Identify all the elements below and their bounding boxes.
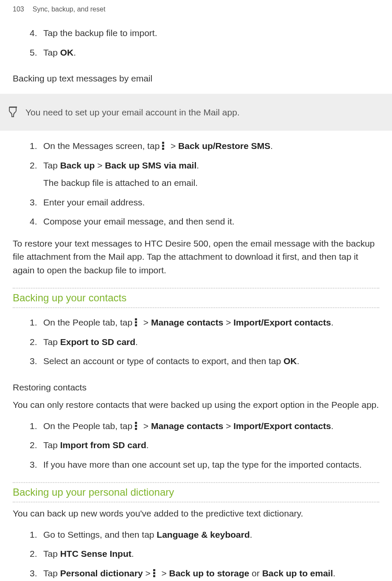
step-text: On the Messages screen, tap: [43, 141, 162, 151]
list-item: 2. Tap Import from SD card.: [30, 438, 379, 452]
step-body: Compose your email message, and then sen…: [43, 215, 379, 228]
list-item: 5. Tap OK.: [30, 46, 379, 59]
list-item: 3. Select an account or type of contacts…: [30, 354, 379, 368]
list-item: 3. Tap Personal dictionary > > Back up t…: [30, 567, 379, 580]
svg-rect-9: [153, 569, 155, 571]
step-text: Enter your email address.: [43, 196, 379, 209]
step-body: On the People tab, tap > Manage contacts…: [43, 316, 379, 329]
step-text: Tap: [43, 337, 60, 347]
step-body: Go to Settings, and then tap Language & …: [43, 528, 379, 542]
overflow-menu-icon: [135, 318, 141, 326]
section-title-backing-up-your-contacts: Backing up your contacts: [13, 289, 379, 308]
steps3-list: 1. On the People tab, tap > Manage conta…: [30, 316, 379, 368]
svg-rect-6: [135, 422, 137, 424]
step-body: On the People tab, tap > Manage contacts…: [43, 419, 379, 433]
step-text: >: [143, 568, 153, 578]
svg-rect-11: [153, 575, 155, 577]
paragraph: You can back up new words you've added t…: [13, 507, 379, 520]
step-text: >: [159, 568, 169, 578]
steps4-list: 1. On the People tab, tap > Manage conta…: [30, 419, 379, 472]
subheading-backing-up-text-messages-by-email: Backing up text messages by email: [13, 72, 379, 85]
page-number: 103: [13, 4, 24, 14]
step-bold: Manage contacts: [151, 317, 223, 327]
chapter-title: Sync, backup, and reset: [33, 4, 106, 14]
step-text: Tap: [43, 160, 60, 170]
page-content: 4. Tap the backup file to import. 5. Tap…: [0, 26, 392, 581]
step-bold: HTC Sense Input: [60, 549, 132, 559]
svg-rect-5: [135, 324, 137, 326]
step-number: 1.: [30, 316, 43, 329]
list-item: 2. Tap Back up > Back up SMS via mail. T…: [30, 159, 379, 190]
step-text: >: [168, 141, 178, 151]
list-item: 4. Compose your email message, and then …: [30, 215, 379, 228]
overflow-menu-icon: [162, 141, 168, 150]
step-text: .: [250, 530, 252, 539]
step-text: On the People tab, tap: [43, 421, 135, 431]
list-item: 3. Enter your email address.: [30, 196, 379, 209]
step-bold: Language & keyboard: [157, 530, 249, 539]
step-text: .: [297, 356, 300, 366]
svg-rect-4: [135, 321, 137, 323]
step-bold: Import/Export contacts: [233, 317, 331, 327]
note-box: You need to set up your email account in…: [0, 94, 392, 131]
step-number: 4.: [30, 26, 43, 40]
steps5-list: 1. Go to Settings, and then tap Language…: [30, 528, 379, 581]
step-text: .: [331, 421, 333, 431]
svg-rect-10: [153, 572, 155, 574]
svg-rect-7: [135, 425, 137, 427]
step-number: 2.: [30, 159, 43, 190]
step-text: >: [223, 317, 233, 327]
step-text: Tap: [43, 440, 60, 450]
step-number: 5.: [30, 46, 43, 59]
step-text: .: [132, 549, 134, 559]
page-header: 103 Sync, backup, and reset: [0, 0, 392, 19]
overflow-menu-icon: [135, 421, 141, 430]
step-number: 3.: [30, 567, 43, 580]
svg-rect-3: [135, 318, 137, 320]
step-body: Enter your email address.: [43, 196, 379, 209]
step-bold: Back up/Restore SMS: [178, 141, 270, 151]
svg-rect-1: [162, 145, 164, 147]
step-text: .: [196, 160, 199, 170]
note-text: You need to set up your email account in…: [25, 106, 240, 119]
step-body: Tap Personal dictionary > > Back up to s…: [43, 567, 379, 580]
step-bold: OK: [283, 356, 297, 366]
step-text: >: [141, 317, 151, 327]
step-bold: Back up: [60, 160, 95, 170]
step-bold: Back up to storage: [169, 568, 249, 578]
step-text: .: [146, 440, 149, 450]
list-item: 1. On the People tab, tap > Manage conta…: [30, 419, 379, 433]
steps2-list: 1. On the Messages screen, tap > Back up…: [30, 139, 379, 228]
step-number: 3.: [30, 354, 43, 368]
requirement-icon: [8, 107, 18, 118]
step-body: Select an account or type of contacts to…: [43, 354, 379, 368]
step-text: Tap: [43, 48, 60, 57]
step-text: >: [141, 421, 151, 431]
step-bold: Back up to email: [262, 568, 333, 578]
step-number: 2.: [30, 335, 43, 349]
step-text: Tap: [43, 568, 60, 578]
step-bold: Export to SD card: [60, 337, 135, 347]
step-text: .: [333, 568, 336, 578]
step-number: 1.: [30, 528, 43, 542]
step-text: Tap the backup file to import.: [43, 28, 157, 38]
step-bold: Back up SMS via mail: [105, 160, 196, 170]
step-bold: Import/Export contacts: [233, 421, 331, 431]
step-number: 4.: [30, 215, 43, 228]
step-text: or: [249, 568, 262, 578]
step-body: On the Messages screen, tap > Back up/Re…: [43, 139, 379, 153]
step-text: >: [223, 421, 233, 431]
step-number: 1.: [30, 139, 43, 153]
step-text: If you have more than one account set up…: [43, 458, 379, 472]
list-item: 1. Go to Settings, and then tap Language…: [30, 528, 379, 542]
step-body: If you have more than one account set up…: [43, 458, 379, 472]
step-text: .: [135, 337, 138, 347]
step-text: Tap: [43, 549, 60, 559]
list-item: 1. On the Messages screen, tap > Back up…: [30, 139, 379, 153]
subheading-restoring-contacts: Restoring contacts: [13, 381, 379, 394]
step-text: Compose your email message, and then sen…: [43, 215, 379, 228]
step-body: Tap Back up > Back up SMS via mail. The …: [43, 159, 379, 190]
list-item: 4. Tap the backup file to import.: [30, 26, 379, 40]
step-text: The backup file is attached to an email.: [43, 176, 379, 190]
list-item: 2. Tap HTC Sense Input.: [30, 547, 379, 561]
